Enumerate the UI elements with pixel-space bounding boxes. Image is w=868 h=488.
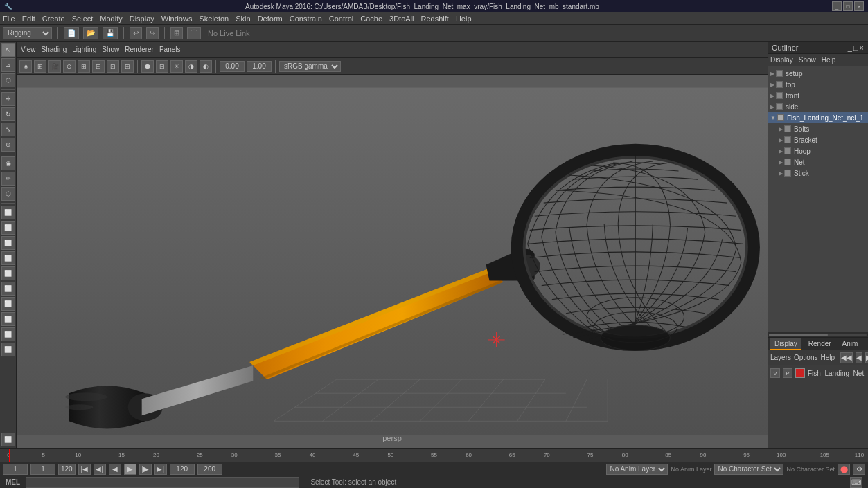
tool8-button[interactable]: ⬜ xyxy=(1,312,15,326)
outliner-item-front[interactable]: ▶ front xyxy=(768,90,868,101)
hierarchy-button[interactable]: ⊞ xyxy=(34,60,46,73)
soft-mod-button[interactable]: ◉ xyxy=(1,156,15,170)
eye-side[interactable] xyxy=(776,103,783,110)
viewport-menu-panels[interactable]: Panels xyxy=(159,46,181,53)
outliner-menu-show[interactable]: Show xyxy=(799,56,816,64)
eye-fish-net[interactable] xyxy=(777,114,784,121)
play-back-button[interactable]: ◀ xyxy=(109,464,121,475)
layer-color-swatch[interactable] xyxy=(795,368,805,378)
menu-deform[interactable]: Deform xyxy=(258,15,283,23)
outliner-item-setup[interactable]: ▶ setup xyxy=(768,68,868,79)
mode-selector[interactable]: Rigging Animation Modeling xyxy=(3,27,52,39)
show-manip-button[interactable]: ⬡ xyxy=(1,187,15,201)
tool1-button[interactable]: ⬜ xyxy=(1,206,15,219)
snap-curve-button[interactable]: ⌒ xyxy=(187,27,201,39)
camera-tools-button[interactable]: 🎥 xyxy=(48,60,61,73)
eye-bolts[interactable] xyxy=(784,125,791,132)
outliner-menu-help[interactable]: Help xyxy=(822,56,836,64)
eye-stick[interactable] xyxy=(784,170,791,177)
outliner-item-net[interactable]: ▶ Net xyxy=(768,156,868,168)
autokey-button[interactable]: ⬤ xyxy=(838,464,850,475)
go-end-button[interactable]: ▶| xyxy=(154,464,167,475)
viewport-menu-show[interactable]: Show xyxy=(102,46,119,53)
outliner-menu-display[interactable]: Display xyxy=(770,56,793,64)
undo-button[interactable]: ↩ xyxy=(130,27,142,39)
select-mask-button[interactable]: ◈ xyxy=(19,60,32,73)
shading-button[interactable]: ⬢ xyxy=(141,60,154,73)
move-tool-button[interactable]: ✛ xyxy=(1,92,15,106)
outliner-item-side[interactable]: ▶ side xyxy=(768,101,868,112)
3d-viewport[interactable]: persp x y z xyxy=(17,75,768,448)
eye-setup[interactable] xyxy=(776,70,783,77)
outliner-item-top[interactable]: ▶ top xyxy=(768,79,868,90)
menu-windows[interactable]: Windows xyxy=(161,15,193,23)
outliner-item-bolts[interactable]: ▶ Bolts xyxy=(768,123,868,134)
timeline-ruler[interactable]: 0 5 10 15 20 25 30 35 40 45 50 55 60 65 xyxy=(0,448,868,462)
tool3-button[interactable]: ⬜ xyxy=(1,236,15,250)
viewport-menu-shading[interactable]: Shading xyxy=(42,46,67,53)
dp-prev[interactable]: ◀ xyxy=(856,352,862,363)
universal-manip-button[interactable]: ⊕ xyxy=(1,138,15,152)
outliner-item-bracket[interactable]: ▶ Bracket xyxy=(768,134,868,145)
eye-top[interactable] xyxy=(776,81,783,88)
playhead[interactable] xyxy=(9,449,10,462)
gate-mask-button[interactable]: ⊡ xyxy=(107,60,119,73)
eye-front[interactable] xyxy=(776,92,783,99)
open-button[interactable]: 📂 xyxy=(83,27,98,39)
value1-input[interactable] xyxy=(220,61,245,72)
light-button[interactable]: ☀ xyxy=(170,60,183,73)
menu-display[interactable]: Display xyxy=(130,15,154,23)
end-time-input[interactable] xyxy=(197,464,222,475)
tool7-button[interactable]: ⬜ xyxy=(1,297,15,311)
dp-next[interactable]: ▶ xyxy=(865,352,868,363)
menu-constrain[interactable]: Constrain xyxy=(290,15,322,23)
select-tool-button[interactable]: ↖ xyxy=(1,43,15,57)
anim-layer-selector[interactable]: No Anim Layer xyxy=(606,464,668,475)
sculpt-button[interactable]: ✏ xyxy=(1,172,15,186)
new-scene-button[interactable]: 📄 xyxy=(64,27,79,39)
tool6-button[interactable]: ⬜ xyxy=(1,282,15,296)
rotate-tool-button[interactable]: ↻ xyxy=(1,107,15,121)
menu-select[interactable]: Select xyxy=(72,15,94,23)
outliner-item-stick[interactable]: ▶ Stick xyxy=(768,168,868,179)
grid-toggle-button[interactable]: ⊞ xyxy=(78,60,90,73)
outliner-float[interactable]: □ xyxy=(853,44,858,52)
eye-net[interactable] xyxy=(784,159,791,165)
tool2-button[interactable]: ⬜ xyxy=(1,221,15,235)
start-frame-input[interactable] xyxy=(30,464,55,475)
dp-prev-prev[interactable]: ◀◀ xyxy=(840,352,853,363)
layer-v[interactable]: V xyxy=(770,368,780,378)
gamma-dropdown[interactable]: sRGB gamma Linear xyxy=(279,61,341,72)
menu-help[interactable]: Help xyxy=(456,15,472,23)
menu-skeleton[interactable]: Skeleton xyxy=(199,15,229,23)
outliner-item-fish-net[interactable]: ▼ Fish_Landing_Net_ncl_1 xyxy=(768,112,868,123)
menu-cache[interactable]: Cache xyxy=(360,15,382,23)
ao-button[interactable]: ◐ xyxy=(200,60,212,73)
tool4-button[interactable]: ⬜ xyxy=(1,251,15,265)
shadow-button[interactable]: ◑ xyxy=(185,60,197,73)
bottom-tool-button[interactable]: ⬜ xyxy=(1,433,15,446)
script-editor-button[interactable]: ⌨ xyxy=(850,477,862,488)
lasso-select-button[interactable]: ⊿ xyxy=(1,58,15,72)
current-time-input[interactable] xyxy=(3,464,28,475)
viewport-menu-renderer[interactable]: Renderer xyxy=(125,46,154,53)
options-label[interactable]: Options xyxy=(794,354,817,361)
tool5-button[interactable]: ⬜ xyxy=(1,266,15,280)
wireframe-button[interactable]: ⊞ xyxy=(121,60,134,73)
menu-create[interactable]: Create xyxy=(42,15,65,23)
step-forward-button[interactable]: |▶ xyxy=(139,464,152,475)
eye-hoop[interactable] xyxy=(784,147,791,154)
help-label[interactable]: Help xyxy=(820,354,835,361)
maximize-button[interactable]: □ xyxy=(843,1,853,11)
outliner-minimize[interactable]: _ xyxy=(848,44,852,52)
value2-input[interactable] xyxy=(247,61,272,72)
mel-command-input[interactable] xyxy=(26,477,299,488)
step-back-button[interactable]: ◀| xyxy=(94,464,106,475)
menu-file[interactable]: File xyxy=(3,15,15,23)
hud-toggle-button[interactable]: ⊟ xyxy=(92,60,105,73)
tab-render[interactable]: Render xyxy=(804,338,835,350)
save-button[interactable]: 💾 xyxy=(103,27,118,39)
layers-label[interactable]: Layers xyxy=(770,354,791,361)
snap-grid-button[interactable]: ⊞ xyxy=(170,27,183,39)
menu-skin[interactable]: Skin xyxy=(236,15,250,23)
